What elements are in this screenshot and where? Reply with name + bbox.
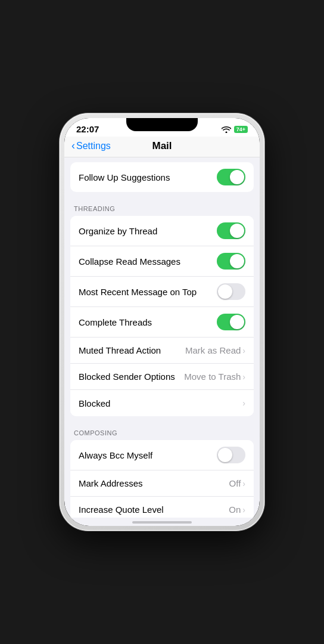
home-bar [132,521,192,524]
blocked-sender-value-text: Move to Trash [184,371,241,382]
phone-frame: 22:07 74+ ‹ Settings Mail [60,113,264,531]
organize-by-thread-label: Organize by Thread [79,226,217,236]
muted-thread-value-text: Mark as Read [185,345,241,355]
increase-quote-label: Increase Quote Level [79,504,229,515]
back-button[interactable]: ‹ Settings [71,140,111,152]
page-title: Mail [152,140,172,152]
threading-group: Organize by Thread Collapse Read Message… [70,216,254,416]
back-chevron-icon: ‹ [71,140,75,152]
muted-thread-label: Muted Thread Action [79,345,185,355]
mark-addresses-label: Mark Addresses [79,478,229,488]
complete-threads-label: Complete Threads [79,317,217,327]
collapse-read-toggle[interactable] [217,253,245,270]
blocked-row[interactable]: Blocked › [70,390,254,416]
notch [126,118,198,131]
blocked-label: Blocked [79,398,242,408]
always-bcc-label: Always Bcc Myself [79,450,217,460]
follow-up-toggle[interactable] [217,169,245,185]
organize-by-thread-toggle[interactable] [217,222,245,239]
always-bcc-row[interactable]: Always Bcc Myself [70,440,254,470]
home-indicator [64,518,260,526]
collapse-read-label: Collapse Read Messages [79,256,217,267]
complete-threads-toggle[interactable] [217,314,245,330]
toggle-knob [218,448,232,462]
chevron-right-icon: › [242,505,245,515]
threading-header: THREADING [64,205,260,216]
mark-addresses-row[interactable]: Mark Addresses Off › [70,470,254,497]
blocked-value: › [242,398,245,408]
composing-section: COMPOSING Always Bcc Myself Mark Address… [64,429,260,518]
follow-up-group: Follow Up Suggestions [70,162,254,192]
screen: 22:07 74+ ‹ Settings Mail [64,118,260,526]
most-recent-label: Most Recent Message on Top [79,287,217,297]
battery-indicator: 74+ [234,126,248,133]
most-recent-row[interactable]: Most Recent Message on Top [70,277,254,307]
collapse-read-row[interactable]: Collapse Read Messages [70,246,254,277]
muted-thread-value: Mark as Read › [185,345,245,355]
mark-addresses-value: Off › [229,478,245,488]
composing-group: Always Bcc Myself Mark Addresses Off › [70,440,254,518]
complete-threads-row[interactable]: Complete Threads [70,307,254,338]
organize-by-thread-row[interactable]: Organize by Thread [70,216,254,246]
phone-inner: 22:07 74+ ‹ Settings Mail [64,118,260,526]
always-bcc-toggle[interactable] [217,447,245,463]
blocked-sender-row[interactable]: Blocked Sender Options Move to Trash › [70,364,254,390]
nav-bar: ‹ Settings Mail [64,137,260,157]
follow-up-label: Follow Up Suggestions [79,172,217,182]
most-recent-toggle[interactable] [217,283,245,300]
back-label: Settings [76,141,111,151]
toggle-knob [218,284,232,299]
toggle-knob [230,315,244,329]
chevron-right-icon: › [242,479,245,488]
chevron-right-icon: › [242,346,245,355]
blocked-sender-label: Blocked Sender Options [79,371,184,382]
composing-header: COMPOSING [64,429,260,440]
muted-thread-row[interactable]: Muted Thread Action Mark as Read › [70,338,254,364]
wifi-icon [222,126,231,133]
toggle-knob [230,170,244,184]
chevron-right-icon: › [242,398,245,408]
increase-quote-value-text: On [229,504,241,515]
status-time: 22:07 [76,124,99,134]
threading-section: THREADING Organize by Thread Collapse Re… [64,205,260,416]
increase-quote-row[interactable]: Increase Quote Level On › [70,497,254,518]
follow-up-row[interactable]: Follow Up Suggestions [70,162,254,192]
toggle-knob [230,254,244,268]
mark-addresses-value-text: Off [229,478,241,488]
settings-scroll[interactable]: Follow Up Suggestions THREADING Organize… [64,157,260,518]
increase-quote-value: On › [229,504,245,515]
blocked-sender-value: Move to Trash › [184,371,245,382]
status-icons: 74+ [222,126,248,133]
chevron-right-icon: › [242,372,245,382]
toggle-knob [230,224,244,238]
